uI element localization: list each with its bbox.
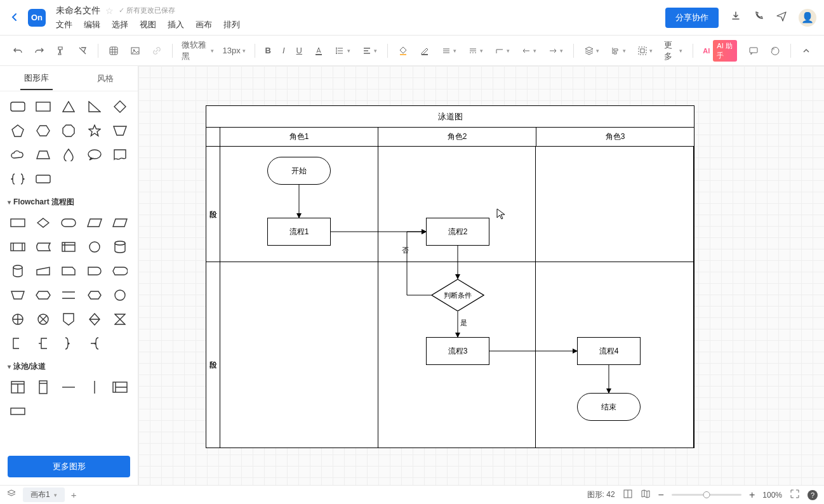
shape-parallel[interactable] <box>58 286 79 304</box>
shape-internal-storage[interactable] <box>58 238 79 256</box>
clear-format-button[interactable] <box>74 43 91 58</box>
map-icon[interactable] <box>641 489 651 501</box>
format-painter-button[interactable] <box>52 43 70 58</box>
shape-terminator[interactable] <box>58 214 79 232</box>
shape-manual-input[interactable] <box>33 262 53 280</box>
image-button[interactable] <box>126 43 144 58</box>
node-end[interactable]: 结束 <box>577 393 641 421</box>
help-icon[interactable]: ? <box>807 490 818 500</box>
swimlane-diagram[interactable]: 泳道图 角色1 角色2 角色3 阶段 阶段 开始 <box>206 105 694 448</box>
shape-cloud[interactable] <box>8 146 28 164</box>
underline-button[interactable]: U <box>293 43 306 58</box>
shape-collate[interactable] <box>110 310 130 328</box>
share-button[interactable]: 分享协作 <box>665 8 719 28</box>
shape-pentagon[interactable] <box>8 122 28 140</box>
avatar[interactable]: 👤 <box>799 9 816 27</box>
italic-button[interactable]: I <box>279 43 289 58</box>
shape-brace-right[interactable] <box>58 335 79 352</box>
shape-rect[interactable] <box>33 98 53 116</box>
more-shapes-button[interactable]: 更多图形 <box>8 456 130 477</box>
send-icon[interactable] <box>776 10 787 25</box>
link-button[interactable] <box>148 43 166 58</box>
tab-style[interactable]: 风格 <box>93 68 117 90</box>
line-spacing-button[interactable]: ▾ <box>331 43 354 58</box>
shape-hexagon[interactable] <box>33 122 53 140</box>
role-header-2[interactable]: 角色2 <box>378 128 536 146</box>
shape-manual-op[interactable] <box>8 286 28 304</box>
phase-1[interactable]: 阶段 <box>206 147 220 262</box>
connector-type-button[interactable]: ▾ <box>491 43 514 58</box>
font-size-select[interactable]: 13px▾ <box>220 44 248 56</box>
phone-icon[interactable] <box>753 10 764 25</box>
node-process4[interactable]: 流程4 <box>577 337 641 365</box>
shape-sort[interactable] <box>84 310 105 328</box>
shape-decision[interactable] <box>33 214 53 232</box>
text-color-button[interactable] <box>310 43 328 58</box>
font-family-select[interactable]: 微软雅黑▾ <box>179 38 216 63</box>
shape-document[interactable] <box>110 146 130 164</box>
star-icon[interactable]: ☆ <box>105 6 114 16</box>
layers-icon[interactable] <box>6 489 17 501</box>
group-button[interactable]: ▾ <box>634 43 656 58</box>
canvas[interactable]: 泳道图 角色1 角色2 角色3 阶段 阶段 开始 <box>138 66 824 485</box>
menu-file[interactable]: 文件 <box>56 19 72 30</box>
shape-display[interactable] <box>110 262 130 280</box>
shape-parallelogram[interactable] <box>110 214 130 232</box>
shape-swimlane-h[interactable] <box>110 378 130 396</box>
shape-rect2[interactable] <box>33 170 53 188</box>
swimlane-title[interactable]: 泳道图 <box>206 106 694 128</box>
shape-delay[interactable] <box>84 262 105 280</box>
stroke-color-button[interactable] <box>416 43 434 58</box>
shape-separator-h[interactable] <box>58 378 79 396</box>
fit-page-icon[interactable] <box>623 489 633 501</box>
fill-color-button[interactable] <box>394 43 412 58</box>
shape-data[interactable] <box>84 214 105 232</box>
align-objects-button[interactable]: ▾ <box>607 43 630 58</box>
redo-button[interactable] <box>30 43 48 58</box>
shape-annotation[interactable] <box>8 335 28 352</box>
more-button[interactable]: 更多▾ <box>660 37 686 65</box>
menu-view[interactable]: 视图 <box>140 19 156 30</box>
tab-shapes[interactable]: 图形库 <box>20 67 53 90</box>
shapes-panel[interactable]: Flowchart 流程图 <box>0 91 138 451</box>
arrow-start-button[interactable]: ▾ <box>517 43 540 58</box>
add-sheet-button[interactable]: + <box>71 489 77 500</box>
role-header-3[interactable]: 角色3 <box>536 128 694 146</box>
node-process1[interactable]: 流程1 <box>267 218 331 246</box>
category-flowchart[interactable]: Flowchart 流程图 <box>8 197 130 208</box>
undo-button[interactable] <box>9 43 27 58</box>
sheet-menu-icon[interactable]: ▾ <box>54 492 57 498</box>
shape-annotation2[interactable] <box>33 335 53 352</box>
category-swimlane[interactable]: 泳池/泳道 <box>8 361 130 372</box>
shape-octagon[interactable] <box>58 122 79 140</box>
shape-droplet[interactable] <box>58 146 79 164</box>
shape-database[interactable] <box>110 238 130 256</box>
comment-button[interactable] <box>745 43 762 58</box>
shape-brace-left[interactable] <box>84 335 105 352</box>
node-start[interactable]: 开始 <box>267 157 331 185</box>
zoom-in-button[interactable]: + <box>749 489 755 501</box>
role-header-1[interactable]: 角色1 <box>220 128 378 146</box>
shape-lane-rect[interactable] <box>8 402 28 420</box>
lane-1[interactable] <box>220 147 378 448</box>
menu-select[interactable]: 选择 <box>112 19 128 30</box>
layers-button[interactable]: ▾ <box>580 43 603 58</box>
shape-or[interactable] <box>33 310 53 328</box>
shape-circle2[interactable] <box>110 286 130 304</box>
fullscreen-icon[interactable] <box>790 489 800 501</box>
shape-sum[interactable] <box>8 310 28 328</box>
shape-rect-rounded[interactable] <box>8 98 28 116</box>
arrow-end-button[interactable]: ▾ <box>544 43 567 58</box>
node-process2[interactable]: 流程2 <box>426 218 489 246</box>
shape-swimlane-single[interactable] <box>33 378 53 396</box>
menu-edit[interactable]: 编辑 <box>84 19 100 30</box>
zoom-slider[interactable] <box>672 494 741 496</box>
menu-insert[interactable]: 插入 <box>168 19 184 30</box>
shape-preparation[interactable] <box>33 286 53 304</box>
shape-star[interactable] <box>84 122 105 140</box>
menu-canvas[interactable]: 画布 <box>196 19 212 30</box>
download-icon[interactable] <box>730 10 741 25</box>
history-button[interactable] <box>766 43 784 58</box>
sheet-tab[interactable]: 画布1 ▾ <box>23 487 65 502</box>
grid-toggle-button[interactable] <box>105 43 123 58</box>
